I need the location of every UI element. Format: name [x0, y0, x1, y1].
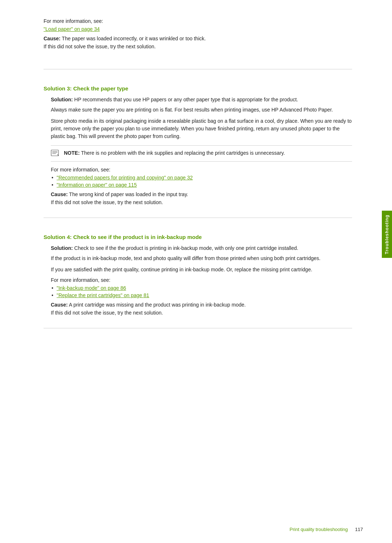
side-tab-label: Troubleshooting: [384, 215, 389, 254]
solution3-para1: Always make sure the paper you are print…: [51, 106, 352, 114]
side-tab: Troubleshooting: [382, 211, 392, 258]
note-text: NOTE: There is no problem with the ink s…: [64, 149, 285, 157]
solution4-cause-label: Cause:: [51, 302, 68, 308]
solution4-link2[interactable]: "Replace the print cartridges" on page 8…: [57, 292, 149, 298]
footer-page-number: 117: [355, 527, 363, 532]
solution3-links: "Recommended papers for printing and cop…: [51, 175, 352, 188]
divider-3: [44, 328, 352, 328]
note-body: There is no problem with the ink supplie…: [80, 150, 285, 156]
solution4-for-more-label: For more information, see:: [51, 277, 352, 283]
solution3-for-more-label: For more information, see:: [51, 167, 352, 173]
svg-rect-0: [51, 150, 58, 156]
divider-2: [44, 218, 352, 218]
solution4-link1-item: "Ink-backup mode" on page 86: [51, 285, 352, 291]
note-box: NOTE: There is no problem with the ink s…: [51, 145, 352, 162]
solution4-cause-line: Cause: A print cartridge was missing and…: [51, 302, 352, 308]
solution3-label: Solution:: [51, 97, 73, 102]
solution3-link1[interactable]: "Recommended papers for printing and cop…: [57, 175, 193, 181]
solution3-block: Solution 3: Check the paper type Solutio…: [44, 78, 352, 209]
note-label: NOTE:: [64, 150, 80, 156]
solution3-cause-label: Cause:: [51, 191, 68, 197]
page-container: Troubleshooting For more information, se…: [0, 0, 392, 543]
solution4-link1[interactable]: "Ink-backup mode" on page 86: [57, 285, 126, 291]
top-cause-line: Cause: The paper was loaded incorrectly,…: [44, 36, 352, 41]
load-paper-link[interactable]: "Load paper" on page 34: [44, 26, 100, 32]
solution3-link2-item: "Information on paper" on page 115: [51, 182, 352, 188]
solution3-link1-item: "Recommended papers for printing and cop…: [51, 175, 352, 181]
solution3-label-line: Solution: HP recommends that you use HP …: [51, 97, 352, 102]
solution4-links: "Ink-backup mode" on page 86 "Replace th…: [51, 285, 352, 298]
solution4-link2-item: "Replace the print cartridges" on page 8…: [51, 292, 352, 298]
solution4-para2: If you are satisfied with the print qual…: [51, 266, 352, 273]
content-area: For more information, see: "Load paper" …: [44, 15, 363, 328]
top-section: For more information, see: "Load paper" …: [44, 15, 352, 60]
solution4-label: Solution:: [51, 245, 73, 251]
top-cause-text: The paper was loaded incorrectly, or it …: [61, 36, 206, 41]
solution3-para2: Store photo media in its original packag…: [51, 117, 352, 140]
solution4-body: Solution: Check to see if the the produc…: [44, 245, 352, 316]
footer-link[interactable]: Print quality troubleshooting: [290, 527, 348, 532]
solution3-cause-line: Cause: The wrong kind of paper was loade…: [51, 191, 352, 197]
solution3-heading: Solution 3: Check the paper type: [44, 85, 352, 92]
solution4-heading: Solution 4: Check to see if the product …: [44, 234, 352, 240]
note-icon: [51, 150, 61, 158]
solution4-if-not-solve: If this did not solve the issue, try the…: [51, 310, 352, 316]
top-for-more-label: For more information, see:: [44, 18, 352, 24]
divider-1: [44, 69, 352, 69]
solution3-text: HP recommends that you use HP papers or …: [73, 97, 298, 102]
solution4-label-line: Solution: Check to see if the the produc…: [51, 245, 352, 251]
top-cause-label: Cause:: [44, 36, 61, 41]
solution4-para1: If the product is in ink-backup mode, te…: [51, 255, 352, 262]
solution4-cause-text: A print cartridge was missing and the pr…: [68, 302, 246, 308]
solution3-if-not-solve: If this did not solve the issue, try the…: [51, 199, 352, 205]
solution4-block: Solution 4: Check to see if the product …: [44, 227, 352, 319]
solution3-cause-text: The wrong kind of paper was loaded in th…: [68, 191, 188, 197]
solution4-text: Check to see if the the product is print…: [73, 245, 298, 251]
top-if-not-solve: If this did not solve the issue, try the…: [44, 44, 352, 49]
solution3-body: Solution: HP recommends that you use HP …: [44, 97, 352, 205]
footer-area: Print quality troubleshooting 117: [290, 527, 363, 532]
solution3-link2[interactable]: "Information on paper" on page 115: [57, 182, 137, 188]
